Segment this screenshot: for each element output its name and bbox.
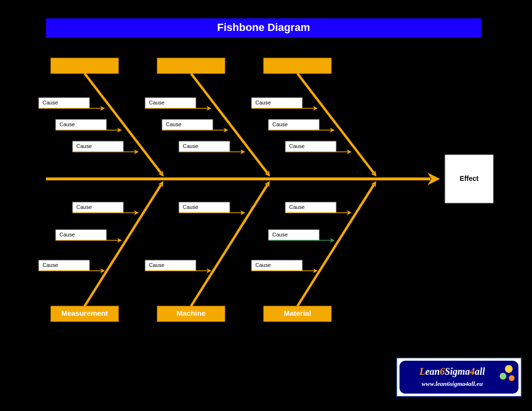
category-top-1: [51, 58, 118, 73]
logo-url: www.lean6sigma4all.eu: [422, 380, 483, 387]
svg-text:Cause: Cause: [255, 262, 271, 268]
category-bottom-3-label: Material: [284, 309, 311, 317]
svg-text:Cause: Cause: [59, 121, 75, 127]
category-top-3: [264, 58, 331, 73]
fishbone-diagram: Fishbone Diagram Effect Measurement Mach…: [0, 0, 532, 411]
cause-group-bottom-1: Cause Cause Cause: [39, 202, 138, 271]
svg-text:Cause: Cause: [43, 262, 58, 268]
svg-text:Cause: Cause: [166, 121, 181, 127]
svg-text:Cause: Cause: [255, 100, 271, 105]
svg-text:Cause: Cause: [59, 232, 75, 237]
svg-point-54: [505, 365, 513, 373]
svg-text:Cause: Cause: [272, 121, 288, 127]
svg-text:Cause: Cause: [183, 204, 198, 210]
cause-group-bottom-3: Cause Cause Cause: [251, 202, 351, 271]
category-top-2: [157, 58, 225, 73]
logo: Lean6Sigma4all www.lean6sigma4all.eu: [397, 358, 521, 396]
effect-label: Effect: [460, 175, 479, 182]
svg-text:Lean6Sigma4all: Lean6Sigma4all: [419, 366, 485, 377]
svg-point-55: [500, 373, 506, 380]
svg-text:Cause: Cause: [149, 100, 164, 105]
svg-text:Cause: Cause: [272, 232, 288, 237]
svg-text:Cause: Cause: [43, 100, 58, 105]
svg-text:Cause: Cause: [76, 143, 92, 149]
svg-point-56: [509, 375, 515, 381]
svg-text:Cause: Cause: [183, 143, 198, 149]
cause-group-bottom-2: Cause Cause: [145, 202, 244, 271]
category-bottom-2-label: Machine: [177, 309, 206, 317]
svg-text:Cause: Cause: [76, 204, 92, 210]
svg-text:Cause: Cause: [289, 143, 305, 149]
svg-text:Cause: Cause: [149, 262, 164, 268]
category-bottom-1-label: Measurement: [61, 309, 108, 317]
page-title: Fishbone Diagram: [217, 21, 310, 33]
svg-text:Cause: Cause: [289, 204, 305, 210]
